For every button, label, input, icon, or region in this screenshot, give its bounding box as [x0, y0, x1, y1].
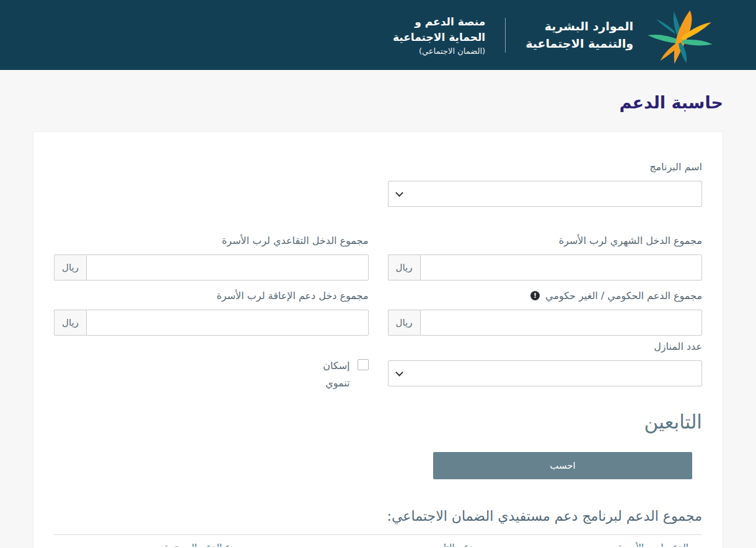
field-disability-income: مجموع دخل دعم الإعاقة لرب الأسرة ريال — [54, 290, 369, 336]
results-heading: مجموع الدعم لبرنامج دعم مستفيدي الضمان ا… — [54, 508, 702, 524]
ministry-title-line1: الموارد البشرية — [525, 18, 633, 35]
riyal-unit-addon: ريال — [54, 310, 86, 336]
program-name-label: اسم البرنامج — [388, 161, 703, 173]
riyal-unit-addon: ريال — [54, 254, 86, 281]
platform-title-line1: منصة الدعم و — [393, 14, 485, 30]
field-gov-support: مجموع الدعم الحكومي / الغير حكومي ! ريال — [388, 290, 703, 336]
retirement-income-input[interactable] — [86, 254, 369, 281]
header-divider — [505, 18, 506, 53]
ministry-title: الموارد البشرية والتنمية الاجتماعية — [525, 18, 633, 52]
riyal-unit-addon: ريال — [388, 310, 420, 336]
riyal-unit-addon: ريال — [388, 254, 420, 281]
retirement-income-label: مجموع الدخل التقاعدي لرب الأسرة — [54, 235, 369, 246]
developmental-housing-label: إسكان تنموي — [314, 357, 350, 392]
platform-subtitle: (الضمان الاجتماعي) — [393, 46, 485, 56]
results-partial-row: الدعم لرب الأسرة دعم التابعين مجموع الدع… — [54, 542, 702, 547]
ministry-title-line2: والتنمية الاجتماعية — [525, 35, 633, 53]
calculate-button[interactable]: احسب — [433, 452, 692, 479]
field-houses-count: عدد المنازل — [388, 341, 703, 392]
disability-income-label: مجموع دخل دعم الإعاقة لرب الأسرة — [54, 290, 369, 302]
developmental-housing-checkbox[interactable] — [358, 359, 369, 370]
monthly-income-input[interactable] — [420, 254, 703, 281]
gov-support-label-text: مجموع الدعم الحكومي / الغير حكومي — [545, 290, 702, 302]
results-divider — [54, 534, 702, 535]
field-monthly-income: مجموع الدخل الشهري لرب الأسرة ريال — [388, 235, 703, 281]
calculator-card: اسم البرنامج مجموع الدخل الشهري لرب الأس… — [33, 131, 723, 548]
page-content: حاسبة الدعم اسم البرنامج مجموع الدخل الش… — [0, 93, 756, 548]
program-name-select[interactable] — [388, 181, 703, 207]
platform-title-line2: الحماية الاجتماعية — [393, 30, 485, 45]
page-title: حاسبة الدعم — [33, 93, 723, 112]
gov-support-input[interactable] — [420, 310, 703, 336]
result-column-label: مجموع الدعم المستحق — [161, 542, 252, 547]
app-header: الموارد البشرية والتنمية الاجتماعية منصة… — [0, 0, 756, 70]
houses-count-select[interactable] — [388, 360, 703, 386]
result-column-label: دعم التابعين — [426, 542, 473, 547]
developmental-housing-option: إسكان تنموي — [314, 357, 369, 392]
disability-income-input[interactable] — [86, 310, 369, 336]
info-icon[interactable]: ! — [530, 291, 540, 300]
platform-title: منصة الدعم و الحماية الاجتماعية (الضمان … — [393, 14, 485, 56]
houses-count-label: عدد المنازل — [388, 341, 703, 352]
dependents-heading: التابعين — [54, 411, 702, 433]
hrsd-logo-icon — [643, 6, 716, 65]
result-column-label: الدعم لرب الأسرة — [618, 542, 688, 547]
field-program-name: اسم البرنامج — [388, 161, 703, 207]
monthly-income-label: مجموع الدخل الشهري لرب الأسرة — [388, 235, 703, 246]
field-retirement-income: مجموع الدخل التقاعدي لرب الأسرة ريال — [54, 235, 369, 281]
gov-support-label: مجموع الدعم الحكومي / الغير حكومي ! — [388, 290, 703, 302]
